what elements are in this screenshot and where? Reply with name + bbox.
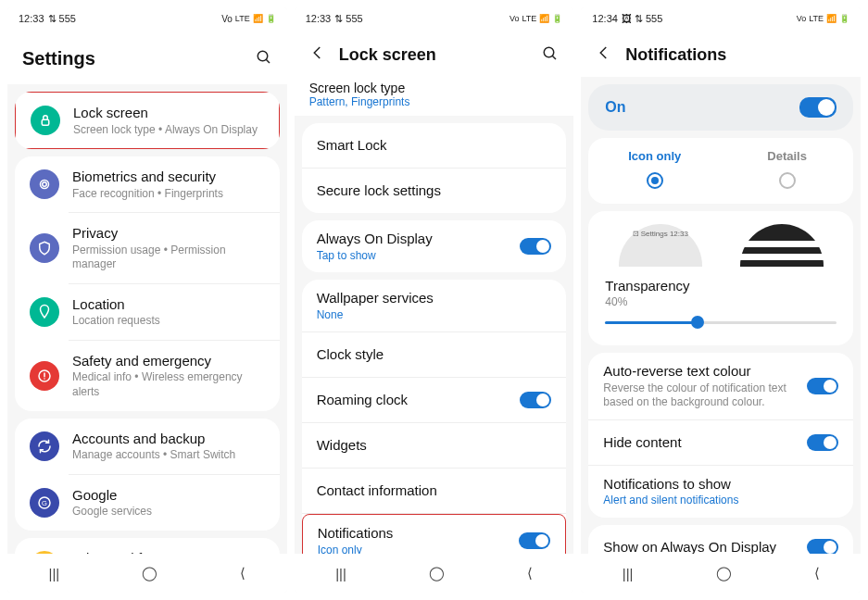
row-label: Location: [72, 295, 265, 314]
toggle-icon[interactable]: [519, 532, 550, 549]
row-sub: Face recognition • Fingerprints: [72, 187, 265, 202]
lockscreen-row[interactable]: Widgets: [302, 423, 567, 468]
status-time: 12:33: [306, 13, 332, 24]
row-label: Biometrics and security: [72, 168, 265, 186]
lockscreen-row[interactable]: NotificationsIcon only: [302, 514, 567, 554]
search-icon[interactable]: [542, 45, 559, 66]
lockscreen-row[interactable]: Wallpaper servicesNone: [302, 280, 567, 331]
nav-home[interactable]: ◯: [142, 565, 157, 581]
svg-text:G: G: [42, 499, 47, 507]
svg-line-14: [553, 56, 557, 59]
row-label: Contact information: [317, 481, 552, 500]
settings-row[interactable]: Biometrics and securityFace recognition …: [15, 156, 280, 212]
preview-icon-only: ⊡ Settings 12:33: [619, 224, 702, 267]
toggle-icon[interactable]: [807, 539, 838, 554]
settings-row[interactable]: GGoogleGoogle services: [15, 475, 280, 531]
row-label: Privacy: [72, 224, 265, 243]
lockscreen-row[interactable]: Smart Lock: [302, 123, 567, 168]
row-label: Notifications to show: [603, 475, 838, 494]
radio-icon[interactable]: [779, 172, 796, 189]
back-icon[interactable]: [596, 44, 612, 66]
settings-row[interactable]: Lock screenScreen lock type • Always On …: [15, 92, 280, 149]
nav-home[interactable]: ◯: [429, 565, 445, 581]
lockscreen-list: Screen lock type Pattern, Fingerprints S…: [295, 77, 574, 554]
notif-row[interactable]: Hide content: [588, 420, 853, 465]
row-sub: Medical info • Wireless emergency alerts: [72, 370, 265, 399]
screen-notifications: 12:34 🖼 ⇅ 555 VoLTE📶🔋 Notifications On I…: [581, 7, 861, 593]
lockscreen-row[interactable]: Contact information: [302, 469, 567, 513]
slider-thumb-icon[interactable]: [691, 316, 704, 329]
lockscreen-row[interactable]: Always On DisplayTap to show: [302, 220, 567, 272]
row-sub: Permission usage • Permission manager: [72, 244, 265, 272]
nav-recent[interactable]: |||: [335, 566, 346, 581]
settings-list: Lock screenScreen lock type • Always On …: [7, 84, 287, 554]
row-sub: Pattern, Fingerprints: [309, 95, 560, 108]
status-time: 12:34: [592, 13, 618, 24]
row-label: Secure lock settings: [317, 181, 552, 200]
nav-back[interactable]: ⟨: [814, 565, 820, 581]
search-icon[interactable]: [256, 49, 272, 69]
gear-icon: [30, 551, 59, 554]
svg-point-0: [258, 51, 268, 61]
transparency-block: Transparency 40%: [588, 267, 853, 345]
toggle-icon[interactable]: [799, 97, 837, 118]
settings-row[interactable]: LocationLocation requests: [15, 284, 280, 340]
status-bar: 12:34 🖼 ⇅ 555 VoLTE📶🔋: [581, 7, 861, 30]
row-sub: Screen lock type • Always On Display: [73, 123, 264, 138]
status-time: 12:33: [19, 13, 44, 24]
page-title: Notifications: [625, 45, 846, 65]
lockscreen-row[interactable]: Secure lock settings: [302, 169, 567, 213]
nav-home[interactable]: ◯: [716, 565, 732, 581]
tab-label: Icon only: [628, 149, 681, 163]
page-title: Lock screen: [339, 45, 530, 65]
nav-recent[interactable]: |||: [623, 566, 634, 581]
screen-lock-type-row[interactable]: Screen lock type Pattern, Fingerprints: [295, 77, 574, 108]
fingerprint-icon: [30, 169, 59, 199]
toggle-icon[interactable]: [807, 378, 838, 394]
settings-row[interactable]: Accounts and backupManage accounts • Sma…: [15, 419, 280, 474]
alert-icon: [30, 361, 59, 391]
notif-row[interactable]: Notifications to showAlert and silent no…: [588, 466, 853, 518]
row-label: Safety and emergency: [72, 352, 265, 370]
style-tabs: Icon onlyDetails: [588, 138, 853, 204]
row-sub: Icon only: [318, 544, 507, 554]
navbar: ||| ◯ ⟨: [7, 554, 287, 593]
row-sub: Alert and silent notifications: [603, 494, 838, 508]
settings-row[interactable]: Advanced featuresAndroid Auto • Labs: [15, 538, 280, 554]
back-icon[interactable]: [309, 44, 326, 66]
lockscreen-row[interactable]: Roaming clock: [302, 378, 567, 422]
row-sub: Reverse the colour of notification text …: [603, 381, 794, 410]
notifications-content: On Icon onlyDetails ⊡ Settings 12:33 Tra…: [581, 77, 861, 554]
row-sub: Google services: [72, 505, 265, 519]
row-sub: Manage accounts • Smart Switch: [72, 448, 265, 463]
row-label: Google: [72, 486, 265, 505]
master-toggle-row[interactable]: On: [588, 84, 853, 131]
google-icon: G: [30, 488, 59, 518]
svg-point-3: [41, 181, 49, 189]
svg-point-4: [43, 182, 47, 187]
toggle-icon[interactable]: [520, 238, 551, 255]
svg-point-5: [44, 307, 46, 310]
row-sub: Location requests: [72, 314, 265, 329]
lockscreen-row[interactable]: Clock style: [302, 332, 567, 377]
settings-row[interactable]: Safety and emergencyMedical info • Wirel…: [15, 341, 280, 411]
tab-icon-only[interactable]: Icon only: [588, 149, 721, 189]
nav-back[interactable]: ⟨: [527, 565, 533, 581]
nav-recent[interactable]: |||: [48, 566, 59, 581]
settings-row[interactable]: PrivacyPermission usage • Permission man…: [15, 213, 280, 283]
row-label: Show on Always On Display: [603, 538, 794, 554]
transparency-slider[interactable]: [605, 314, 837, 331]
tab-details[interactable]: Details: [721, 149, 853, 189]
toggle-icon[interactable]: [520, 392, 551, 408]
row-label: Screen lock type: [309, 81, 560, 95]
row-label: Widgets: [317, 436, 552, 455]
navbar: ||| ◯ ⟨: [295, 554, 574, 593]
shield-icon: [30, 233, 59, 263]
svg-point-8: [44, 378, 45, 380]
notif-row[interactable]: Show on Always On Display: [588, 525, 853, 554]
radio-icon[interactable]: [647, 172, 663, 189]
row-label: Wallpaper services: [317, 289, 552, 307]
notif-row[interactable]: Auto-reverse text colourReverse the colo…: [588, 353, 853, 419]
nav-back[interactable]: ⟨: [240, 565, 245, 581]
toggle-icon[interactable]: [807, 434, 838, 451]
